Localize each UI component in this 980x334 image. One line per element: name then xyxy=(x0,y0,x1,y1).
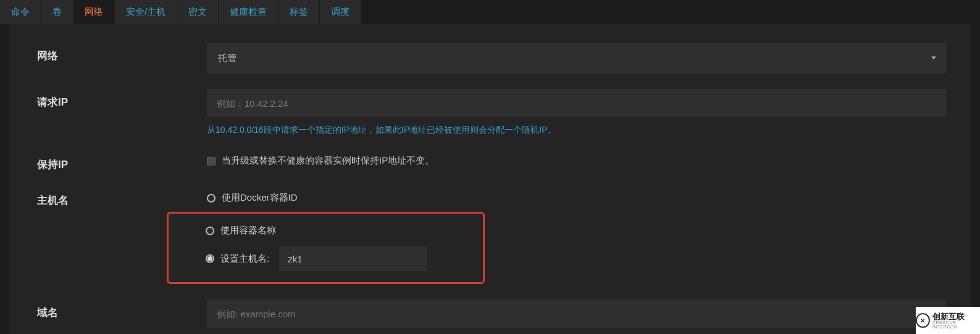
tab-command[interactable]: 命令 xyxy=(0,0,41,24)
request-ip-help: 从10.42.0.0/16段中请求一个指定的IP地址，如果此IP地址已经被使用则… xyxy=(207,125,946,136)
request-ip-label: 请求IP xyxy=(22,89,207,109)
domain-label: 域名 xyxy=(22,299,207,320)
watermark-logo-icon: ✕ xyxy=(916,313,930,328)
tab-health-check[interactable]: 健康检查 xyxy=(219,0,279,24)
hostname-radio-custom[interactable] xyxy=(206,254,214,263)
watermark-subtitle: CREATIVE INTERCON xyxy=(932,320,980,329)
network-panel: 网络 托管 请求IP 从10.42.0.0/16段中请求一个指定的IP地址，如果… xyxy=(9,24,971,334)
request-ip-input[interactable] xyxy=(207,89,946,117)
hostname-radio-docker-id[interactable] xyxy=(207,194,216,202)
watermark-title: 创新互联 xyxy=(932,312,980,320)
tab-bar: 命令 卷 网络 安全/主机 密文 健康检查 标签 调度 xyxy=(0,0,980,24)
hostname-custom-input[interactable] xyxy=(279,246,427,271)
hostname-radio-container-name-label: 使用容器名称 xyxy=(220,225,276,236)
hostname-radio-custom-label: 设置主机名: xyxy=(220,253,269,265)
tab-secrets[interactable]: 密文 xyxy=(177,0,219,24)
tab-scheduling[interactable]: 调度 xyxy=(320,0,361,24)
hostname-radio-container-name[interactable] xyxy=(206,227,214,235)
hostname-label: 主机名 xyxy=(22,187,207,207)
tab-volumes[interactable]: 卷 xyxy=(41,0,73,24)
tab-labels[interactable]: 标签 xyxy=(279,0,320,24)
retain-ip-checkbox-label: 当升级或替换不健康的容器实例时保持IP地址不变。 xyxy=(222,155,434,167)
hostname-callout: 使用容器名称 设置主机名: xyxy=(167,212,485,284)
domain-input[interactable] xyxy=(207,299,946,328)
network-label: 网络 xyxy=(22,43,207,63)
network-select[interactable]: 托管 xyxy=(207,43,946,73)
watermark: ✕ 创新互联 CREATIVE INTERCON xyxy=(916,307,980,334)
chevron-down-icon xyxy=(931,57,936,60)
tab-security-host[interactable]: 安全/主机 xyxy=(115,0,177,24)
hostname-radio-docker-id-label: 使用Docker容器ID xyxy=(222,192,298,204)
network-select-value: 托管 xyxy=(218,52,237,64)
retain-ip-checkbox[interactable] xyxy=(207,157,216,165)
retain-ip-label: 保持IP xyxy=(22,151,207,172)
tab-network[interactable]: 网络 xyxy=(73,0,115,24)
